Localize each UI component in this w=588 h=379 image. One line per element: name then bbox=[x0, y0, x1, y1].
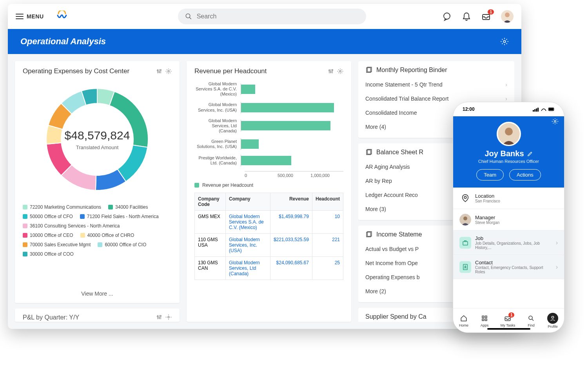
tab-find[interactable]: Find bbox=[527, 314, 535, 327]
legend-item[interactable]: 36100 Consulting Services - North Americ… bbox=[23, 223, 120, 229]
svg-point-8 bbox=[160, 69, 162, 70]
svg-rect-39 bbox=[482, 316, 484, 318]
list-item-label: Operating Expenses b bbox=[365, 274, 420, 280]
bar-track bbox=[241, 138, 343, 150]
topbar-actions: 1 bbox=[442, 10, 514, 23]
svg-point-32 bbox=[505, 128, 513, 135]
bar-row: Green Planet Solutions, Inc. (USA) bbox=[194, 138, 343, 150]
chat-icon[interactable] bbox=[442, 12, 452, 21]
legend-swatch bbox=[23, 205, 27, 209]
tab-mytasks[interactable]: 1My Tasks bbox=[501, 314, 515, 327]
cell-headcount: 221 bbox=[312, 234, 343, 257]
svg-point-46 bbox=[552, 316, 554, 318]
bar-label: Prestige Worldwide, Ltd. (Canada) bbox=[194, 155, 241, 166]
user-avatar[interactable] bbox=[501, 10, 514, 23]
job-icon bbox=[459, 237, 471, 249]
inbox-icon[interactable]: 1 bbox=[481, 12, 491, 21]
legend-label: 10000 Office of CEO bbox=[30, 233, 73, 238]
legend-label: Revenue per Headcount bbox=[202, 182, 253, 188]
svg-rect-26 bbox=[536, 108, 537, 112]
status-icons bbox=[533, 107, 555, 112]
binder-icon bbox=[365, 67, 372, 74]
home-indicator bbox=[487, 328, 530, 330]
profile-avatar[interactable] bbox=[497, 122, 521, 146]
cell-company[interactable]: Global Modern Services, Ltd (Canada) bbox=[226, 257, 270, 280]
bar-fill bbox=[241, 121, 330, 130]
menu-button[interactable]: MENU bbox=[16, 13, 44, 20]
legend-item[interactable]: 70000 Sales Executive Mgmt bbox=[23, 242, 91, 247]
actions-button[interactable]: Actions bbox=[509, 169, 541, 180]
gear-icon[interactable] bbox=[337, 68, 343, 74]
revenue-table: Company CodeCompanyRevenueHeadcountGMS M… bbox=[194, 193, 343, 280]
bar-track bbox=[241, 102, 343, 114]
card-title: Monthly Reporting Binder bbox=[376, 67, 447, 74]
bar-chart[interactable]: Global Modern Services S.A. de C.V. (Mex… bbox=[194, 81, 343, 171]
workday-logo[interactable] bbox=[56, 10, 68, 23]
list-item-label: Income Statement - 5 Qtr Trend bbox=[365, 81, 443, 88]
legend-item[interactable]: 72200 Marketing Communications bbox=[23, 204, 101, 210]
filter-icon[interactable] bbox=[328, 68, 334, 74]
svg-point-17 bbox=[339, 70, 341, 72]
legend-item[interactable]: 50000 Office of CFO bbox=[23, 214, 73, 219]
legend-swatch bbox=[98, 242, 102, 247]
bar-track bbox=[241, 155, 343, 166]
pnl-card: P&L by Quarter: Y/Y bbox=[15, 309, 180, 322]
gear-icon[interactable] bbox=[552, 118, 559, 125]
page-title: Operational Analysis bbox=[20, 36, 106, 47]
filter-icon[interactable] bbox=[156, 68, 162, 74]
svg-point-11 bbox=[159, 318, 160, 319]
legend-swatch bbox=[80, 233, 85, 238]
list-item[interactable]: Income Statement - 5 Qtr Trend› bbox=[365, 78, 507, 92]
gear-icon[interactable] bbox=[165, 314, 172, 321]
revenue-headcount-card: Revenue per Headcount Global Modern Serv… bbox=[187, 61, 351, 322]
team-button[interactable]: Team bbox=[476, 169, 504, 180]
bar-label: Green Planet Solutions, Inc. (USA) bbox=[194, 139, 241, 149]
edit-icon[interactable] bbox=[527, 151, 533, 157]
svg-point-35 bbox=[463, 217, 467, 220]
search-bar[interactable] bbox=[178, 9, 366, 24]
manager-row[interactable]: ManagerSteve Morgan bbox=[453, 209, 564, 231]
svg-point-13 bbox=[168, 316, 169, 318]
tab-apps[interactable]: Apps bbox=[480, 314, 489, 327]
donut-chart[interactable]: $48,579,824 Translated Amount bbox=[38, 81, 156, 198]
gear-icon[interactable] bbox=[165, 68, 172, 74]
contact-row[interactable]: ContactContact, Emergency Contacts, Supp… bbox=[453, 255, 564, 279]
legend-item[interactable]: 30000 Office of COO bbox=[23, 251, 74, 257]
svg-rect-41 bbox=[482, 319, 484, 321]
legend-item[interactable]: 60000 Office of CIO bbox=[98, 242, 146, 247]
cell-headcount: 25 bbox=[312, 257, 343, 280]
table-header: Revenue bbox=[270, 193, 312, 211]
bar-fill bbox=[241, 139, 259, 149]
tab-home[interactable]: Home bbox=[459, 314, 468, 327]
bell-icon[interactable] bbox=[462, 12, 471, 21]
legend-swatch bbox=[23, 252, 27, 256]
dashboard-grid: Operating Expenses by Cost Center $48,57… bbox=[8, 54, 521, 329]
view-more-link[interactable]: View More ... bbox=[23, 287, 172, 297]
bar-track bbox=[241, 83, 343, 95]
svg-point-33 bbox=[464, 196, 466, 199]
search-input[interactable] bbox=[197, 13, 275, 20]
legend-item[interactable]: 71200 Field Sales - North America bbox=[80, 214, 159, 219]
job-row[interactable]: JobJob Details, Organizations, Jobs, Job… bbox=[453, 231, 564, 255]
legend-swatch bbox=[194, 183, 199, 188]
legend-item[interactable]: 34000 Facilities bbox=[108, 204, 148, 210]
legend-label: 30000 Office of COO bbox=[30, 251, 74, 257]
list-item-label: AR Aging Analysis bbox=[365, 164, 410, 170]
tab-profile[interactable]: Profile bbox=[547, 313, 558, 328]
mobile-preview: 12:00 Joy Banks Chief Human Resources Of… bbox=[453, 102, 564, 333]
legend-item[interactable]: 10000 Office of CEO bbox=[23, 233, 73, 238]
svg-rect-27 bbox=[537, 108, 539, 112]
filter-icon[interactable] bbox=[156, 314, 162, 321]
legend-item[interactable]: 40000 Office of CHRO bbox=[80, 233, 134, 238]
cell-company[interactable]: Global Modern Services S.A. de C.V. (Mex… bbox=[226, 211, 270, 234]
gear-icon[interactable] bbox=[500, 37, 509, 46]
location-row[interactable]: LocationSan Francisco bbox=[453, 188, 564, 209]
phone-status-bar: 12:00 bbox=[453, 102, 564, 116]
bar-row: Global Modern Services, Ltd (Canada) bbox=[194, 118, 343, 134]
location-icon bbox=[459, 192, 471, 204]
legend-swatch bbox=[23, 242, 27, 247]
cell-company[interactable]: Global Modern Services, Inc. (USA) bbox=[226, 234, 270, 257]
legend-label: 71200 Field Sales - North America bbox=[87, 214, 159, 219]
legend-label: 50000 Office of CFO bbox=[30, 214, 73, 219]
col-left: Operating Expenses by Cost Center $48,57… bbox=[15, 61, 180, 322]
